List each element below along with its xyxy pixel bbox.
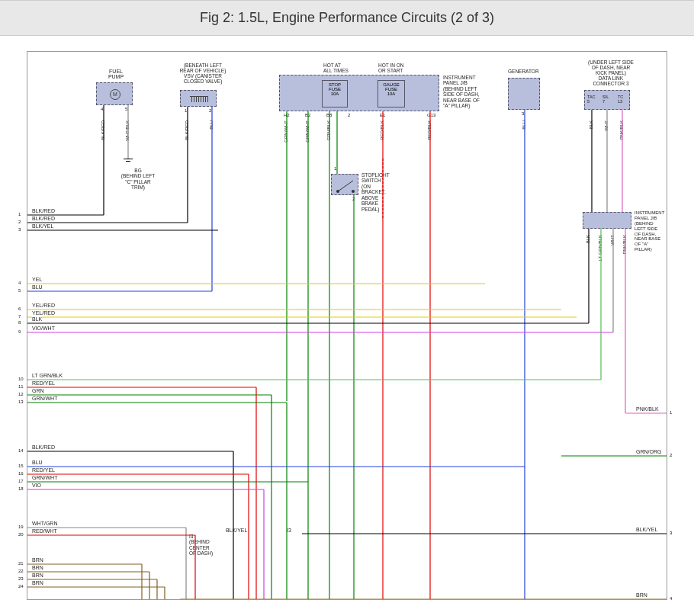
- left-pin: 1: [18, 212, 21, 217]
- wire-label-v: BLU: [209, 120, 214, 130]
- wire-label-v: RED/BLK: [427, 120, 432, 140]
- wire-label-v: GRN/BLK: [326, 120, 331, 140]
- wire-label: PNK/BLK: [636, 406, 659, 412]
- wire-label-v: BLK: [586, 235, 590, 243]
- wire-label: BRN: [32, 565, 43, 570]
- hot-on-label: HOT IN ONOR START: [378, 63, 403, 73]
- wire-label: YEL/RED: [32, 303, 55, 308]
- wire-label-v: BLK: [589, 120, 593, 129]
- wire-label: BLK/RED: [32, 216, 55, 221]
- left-pin: 7: [18, 314, 21, 319]
- left-pin: 18: [18, 486, 24, 491]
- vsv-label: (BENEATH LEFTREAR OF VEHICLE)VSV (CANIST…: [172, 63, 233, 84]
- stop-fuse: STOPFUSE10A: [322, 80, 348, 107]
- right-pin: 1: [670, 410, 672, 415]
- wire-network: [27, 52, 667, 599]
- pin: 5: [125, 107, 127, 111]
- diagram-canvas: FUELPUMP M 4 5 (BENEATH LEFTREAR OF VEHI…: [27, 51, 667, 600]
- jb-connector: [583, 212, 631, 229]
- left-pin: 6: [18, 306, 21, 311]
- left-pin: 12: [18, 392, 24, 396]
- pin: TAC5: [587, 95, 596, 104]
- wire-label-v: BLK/RED: [101, 120, 105, 140]
- wire-label: BLU: [32, 460, 43, 465]
- left-pin: 9: [18, 329, 21, 334]
- pin: 1: [185, 108, 187, 113]
- stoplight-label: STOPLIGHTSWITCH(ONBRACKET,ABOVEBRAKEPEDA…: [361, 172, 390, 212]
- wire-label-v: BLK/RED: [185, 120, 189, 140]
- wire-label: BLK/RED: [32, 444, 55, 450]
- fusebox-note: INSTRUMENTPANEL J/B(BEHIND LEFTSIDE OF D…: [443, 75, 480, 109]
- coil-icon: [190, 96, 208, 102]
- left-pin: 24: [18, 584, 24, 589]
- left-pin: 15: [18, 464, 24, 468]
- pin: B2: [305, 113, 310, 117]
- generator-label: GENERATOR: [508, 69, 539, 74]
- fuse-box: STOPFUSE10A GAUGEFUSE10A: [279, 75, 439, 111]
- wire-label: BLK/RED: [32, 208, 55, 213]
- vsv-box: [180, 90, 217, 107]
- pin: 4: [101, 107, 103, 111]
- svg-point-2: [352, 190, 355, 193]
- pin: 3: [522, 111, 524, 116]
- left-pin: 11: [18, 384, 24, 389]
- wire-label-v: PNK/BLK: [622, 235, 627, 254]
- wire-label: GRN/ORG: [636, 449, 661, 454]
- wire-label-v: GRN/WHT: [305, 120, 310, 143]
- figure-title: Fig 2: 1.5L, Engine Performance Circuits…: [0, 0, 694, 36]
- svg-line-0: [338, 181, 353, 191]
- wiring-diagram: FUELPUMP M 4 5 (BENEATH LEFTREAR OF VEHI…: [0, 36, 694, 600]
- wire-label: GRN/WHT: [32, 396, 57, 401]
- pin: E1: [380, 113, 385, 117]
- left-pin: 20: [18, 532, 24, 537]
- wire-label: RED/WHT: [32, 528, 57, 534]
- wire-label: VIO: [32, 483, 41, 488]
- wire-label: RED/YEL: [32, 467, 55, 473]
- wire-label: I3: [287, 528, 291, 533]
- fuel-pump-box: M: [96, 82, 133, 105]
- i3-note: I3(BEHINDCENTEROF DASH): [189, 534, 213, 557]
- wire-label: YEL/RED: [32, 310, 55, 316]
- svg-point-1: [336, 190, 339, 193]
- wire-label: BRN: [32, 580, 43, 586]
- fuel-pump-label: FUELPUMP: [101, 69, 131, 79]
- left-pin: 21: [18, 561, 24, 566]
- pin: G13: [427, 113, 435, 117]
- wire-label: GRN/WHT: [32, 475, 57, 480]
- pin: 2: [352, 197, 355, 201]
- pin: 2: [348, 113, 350, 117]
- ground-label: BG(BEHIND LEFT"C" PILLARTRIM): [111, 168, 165, 191]
- pin: H2: [284, 113, 290, 117]
- wire-label: WHT/GRN: [32, 521, 57, 526]
- gauge-fuse: GAUGEFUSE10A: [378, 80, 405, 107]
- left-pin: 13: [18, 399, 24, 404]
- left-pin: 14: [18, 448, 24, 453]
- wire-label: LT GRN/BLK: [32, 373, 63, 378]
- wire-label: BRN: [636, 592, 647, 598]
- wire-label-v: BLU: [522, 120, 526, 130]
- wire-label: RED/YEL: [32, 380, 55, 386]
- wire-label-v: WHT: [610, 235, 615, 245]
- pin: B8: [326, 113, 332, 117]
- wire-label: YEL: [32, 277, 42, 282]
- wire-label-v: LT GRN/BLK: [598, 235, 602, 261]
- jb-note: INSTRUMENTPANEL J/B(BEHINDLEFT SIDEOF DA…: [635, 210, 664, 252]
- generator-box: [508, 78, 540, 110]
- left-pin: 5: [18, 288, 21, 293]
- right-pin: 3: [670, 531, 672, 535]
- wire-label-v: RED/BLK: [380, 120, 384, 140]
- wire-label-v: WHT: [604, 120, 609, 131]
- hot-all-label: HOT ATALL TIMES: [323, 63, 349, 73]
- pin: TC13: [618, 95, 623, 104]
- pin: 1: [334, 166, 336, 171]
- left-pin: 3: [18, 227, 21, 232]
- dlc-label: (UNDER LEFT SIDEOF DASH, NEARKICK PANEL)…: [577, 59, 645, 86]
- left-pin: 8: [18, 320, 21, 325]
- right-pin: 2: [670, 453, 672, 457]
- left-pin: 23: [18, 576, 24, 581]
- wire-label: BRN: [32, 557, 43, 563]
- wire-label-v: PNK/BLK: [619, 120, 624, 140]
- motor-icon: M: [110, 89, 120, 100]
- left-pin: 2: [18, 220, 21, 224]
- left-pin: 10: [18, 377, 24, 381]
